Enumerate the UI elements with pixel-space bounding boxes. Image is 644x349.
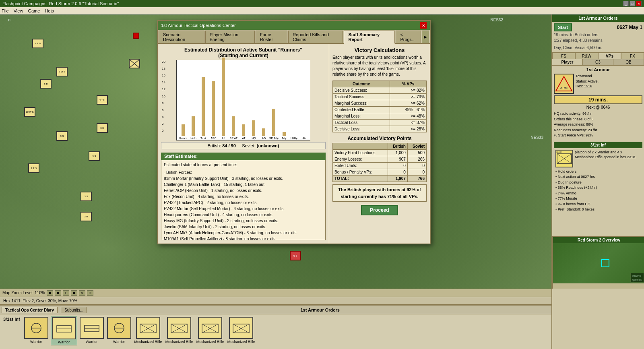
vp-total-cell-1: 1,907	[388, 176, 407, 182]
y-label-18: 18	[162, 67, 165, 70]
staff-unit-2: Ferret AOP (Recon Unit) - 1 starting, no…	[164, 188, 323, 194]
bar-label-10: Arty	[281, 137, 286, 140]
victory-row-2: Marginal Success:>= 62%	[333, 100, 427, 107]
bar-group-ad: AD	[259, 128, 268, 140]
victory-cell-2-1: >= 62%	[390, 100, 427, 107]
staff-unit-1: Challenger 1 (Main Battle Tank) - 15 sta…	[164, 182, 323, 188]
chart-bars: RecceHeloTankAPCInfSP ATATHQADSP ArtyArt…	[177, 60, 310, 140]
staff-unit-8: Javelin (SAM Infantry Unit) - 2 starting…	[164, 224, 323, 230]
bar-label-11: Utility	[291, 137, 297, 140]
vp-cell-2-0: Exited Units:	[333, 163, 388, 169]
bar-pair-4	[219, 58, 228, 136]
bar-pair-5	[229, 116, 238, 136]
bar-group-sp at: SP AT	[229, 116, 238, 140]
modal-tab-prog[interactable]: < Progr...	[396, 31, 421, 43]
chart-container: RecceHeloTankAPCInfSP ATATHQADSP ArtyArt…	[176, 60, 310, 140]
soviet-total: (unknown)	[257, 143, 279, 148]
victory-cell-4-1: <= 48%	[390, 113, 427, 120]
proceed-button[interactable]: Proceed	[361, 205, 398, 215]
staff-unit-9: Lynx AH Mk7 (Attack Helicopter-Gun/ATGM)…	[164, 230, 323, 236]
staff-estimates: Staff Estimates: Estimated state of forc…	[161, 153, 326, 240]
y-label-20: 20	[162, 60, 165, 64]
vp-col-soviet: Soviet	[407, 143, 426, 150]
british-bar-9	[272, 109, 275, 136]
vp-cell-1-1: 907	[388, 156, 407, 163]
bar-group-recce: Recce	[179, 124, 188, 140]
victory-row-1: Tactical Success:>= 73%	[333, 94, 427, 100]
bar-group-arty: Arty	[279, 132, 289, 140]
staff-units-list: 81mm Mortar (Infantry Support Unit) - 3 …	[164, 176, 323, 240]
victory-table-body: Decisive Success:>= 82%Tactical Success:…	[333, 87, 427, 132]
vp-cell-0-0: Victory Point Locations:	[333, 150, 388, 156]
modal-tab-briefing[interactable]: Player Mission Briefing	[205, 31, 255, 43]
vp-cell-3-0: Bonus / Penalty VPs:	[333, 169, 388, 176]
bar-pair-7	[249, 120, 258, 136]
vp-section: Accumulated Victory Points British Sovie…	[332, 136, 427, 202]
modal-overlay: 1st Armour Tactical Operations Center ✕ …	[0, 0, 644, 349]
british-bar-0	[182, 124, 185, 136]
modal-close-button[interactable]: ✕	[420, 22, 427, 29]
vp-row-2: Exited Units:00	[333, 163, 427, 169]
vp-cell-0-2: 500	[407, 150, 426, 156]
victory-col-outcome: Outcome	[333, 81, 390, 87]
bar-label-5: SP AT	[230, 137, 237, 140]
british-bar-8	[262, 128, 265, 136]
vp-cell-3-1: 0	[388, 169, 407, 176]
bar-group-apc: APC	[209, 81, 218, 140]
modal-tabs: Scenario Description Player Mission Brie…	[158, 30, 430, 44]
staff-unit-0: 81mm Mortar (Infantry Support Unit) - 3 …	[164, 176, 323, 182]
victory-row-5: Tactical Loss:<= 37%	[333, 120, 427, 126]
vp-row-1: Enemy Losses:907266	[333, 156, 427, 163]
bar-group-at: AT	[239, 124, 248, 140]
victory-desc: Each player starts with units and locati…	[332, 55, 427, 77]
victory-row-0: Decisive Success:>= 82%	[333, 87, 427, 94]
vp-total-row: TOTAL:1,907766	[333, 176, 427, 182]
bar-group-tank: Tank	[199, 77, 208, 140]
bar-pair-3	[209, 81, 218, 136]
staff-unit-4: FV432 (Tracked APC) - 2 starting, no los…	[164, 200, 323, 206]
modal-title-buttons: ✕	[420, 22, 427, 29]
victory-row-4: Marginal Loss:<= 48%	[333, 113, 427, 120]
staff-unit-5: FV432 Mortar (Self Propelled Mortar) - 4…	[164, 206, 323, 212]
vp-cell-1-2: 266	[407, 156, 426, 163]
y-label-0: 0	[162, 129, 165, 132]
vp-title: Accumulated Victory Points	[332, 136, 427, 141]
vp-table-body: Victory Point Locations:1,000500Enemy Lo…	[333, 150, 427, 182]
vp-cell-2-1: 0	[388, 163, 407, 169]
bar-group-air: Air	[299, 136, 309, 140]
bar-pair-0	[179, 124, 188, 136]
chart-title: Estimated Distribution of Active Subunit…	[161, 47, 326, 58]
modal-tab-kills[interactable]: Reported Kills and Claims	[288, 31, 343, 43]
victory-cell-3-1: 49% - 61%	[390, 107, 427, 113]
bar-group-hq: HQ	[249, 120, 258, 140]
bar-group-sp arty: SP Arty	[269, 109, 279, 140]
modal-scroll-right[interactable]: ▶	[422, 31, 429, 43]
y-label-6: 6	[162, 108, 165, 112]
bar-group-inf: Inf	[219, 58, 228, 140]
bar-pair-10	[279, 132, 289, 136]
bar-label-2: Tank	[200, 137, 206, 140]
modal-dialog: 1st Armour Tactical Operations Center ✕ …	[157, 20, 431, 244]
bar-pair-9	[269, 109, 279, 136]
y-label-4: 4	[162, 115, 165, 119]
victory-table: Outcome % VPs Decisive Success:>= 82%Tac…	[332, 81, 427, 132]
british-bar-4	[222, 58, 225, 136]
staff-unit-7: Heavy MG (Infantry Support Unit) - 2 sta…	[164, 218, 323, 224]
staff-intro: Estimated state of forces at present tim…	[164, 162, 323, 168]
staff-estimates-body: Estimated state of forces at present tim…	[161, 160, 326, 240]
chart-totals: British: 84 / 90 Soviet: (unknown)	[161, 142, 326, 149]
british-label: British:	[208, 143, 221, 148]
bar-label-7: HQ	[252, 137, 256, 140]
modal-tab-force[interactable]: Force Roster	[256, 31, 287, 43]
victory-cell-5-1: <= 37%	[390, 120, 427, 126]
modal-tab-staff[interactable]: Staff Summary Report	[344, 31, 395, 44]
bar-pair-6	[239, 124, 248, 136]
victory-cell-0-1: >= 82%	[390, 87, 427, 94]
victory-cell-4-0: Marginal Loss:	[333, 113, 390, 120]
victory-cell-1-0: Tactical Success:	[333, 94, 390, 100]
modal-tab-scenario[interactable]: Scenario Description	[159, 31, 204, 43]
y-axis: 0 2 4 6 8 10 12 14 16 18 20	[162, 60, 165, 132]
vp-col-british: British	[388, 143, 407, 150]
victory-cell-1-1: >= 73%	[390, 94, 427, 100]
victory-section: Victory Calculations Each player starts …	[332, 47, 427, 132]
